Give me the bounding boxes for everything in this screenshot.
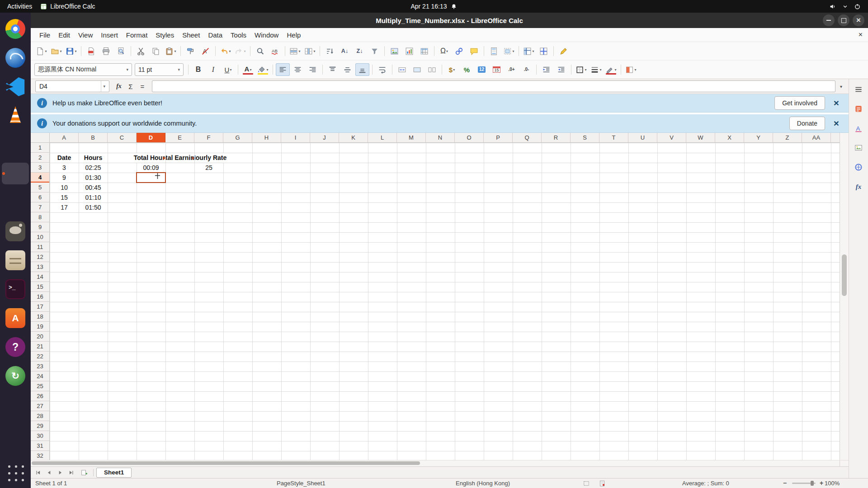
column-header-E[interactable]: E: [165, 133, 194, 142]
row-header-13[interactable]: 13: [31, 262, 49, 272]
dropdown-arrow[interactable]: ▾: [298, 49, 300, 53]
open-button[interactable]: ▾: [49, 45, 63, 57]
special-character-button[interactable]: Ω▾: [437, 45, 451, 57]
column-header-AA[interactable]: AA: [802, 133, 831, 142]
column-header-Q[interactable]: Q: [513, 133, 542, 142]
cell-B2[interactable]: Hours: [79, 153, 108, 163]
save-button[interactable]: ▾: [64, 45, 78, 57]
dropdown-arrow[interactable]: ▾: [230, 68, 231, 72]
decrease-indent-button[interactable]: [554, 63, 568, 76]
row-header-14[interactable]: 14: [31, 272, 49, 282]
zoom-in-button[interactable]: +: [820, 479, 823, 488]
column-header-W[interactable]: W: [686, 133, 715, 142]
menu-format[interactable]: Format: [122, 29, 152, 41]
dropdown-arrow[interactable]: ▾: [453, 68, 455, 72]
ubuntu-software-icon[interactable]: [2, 307, 29, 329]
dropdown-arrow[interactable]: ▾: [45, 49, 47, 53]
libreoffice-writer-icon[interactable]: [2, 134, 29, 155]
add-sheet-button[interactable]: [80, 468, 89, 477]
sidebar-tab-properties[interactable]: [852, 102, 865, 116]
print-preview-button[interactable]: [114, 45, 128, 57]
headers-footers-button[interactable]: [487, 45, 501, 57]
dropdown-arrow[interactable]: ▾: [126, 67, 128, 72]
formula-input[interactable]: [152, 80, 835, 92]
column-header-C[interactable]: C: [108, 133, 137, 142]
print-button[interactable]: [99, 45, 113, 57]
new-button[interactable]: ▾: [34, 45, 48, 57]
zoom-slider[interactable]: [792, 483, 816, 484]
column-header-P[interactable]: P: [484, 133, 513, 142]
menu-data[interactable]: Data: [204, 29, 226, 41]
bold-button[interactable]: B: [191, 63, 205, 76]
close-document-icon[interactable]: [859, 31, 863, 39]
row-header-3[interactable]: 3: [31, 163, 49, 173]
cell-B4[interactable]: 01:30: [79, 173, 108, 183]
select-all-corner[interactable]: [31, 133, 50, 142]
help-icon[interactable]: [2, 336, 29, 358]
title-bar[interactable]: Multiply_Time_Number.xlsx - LibreOffice …: [31, 13, 868, 28]
dropdown-arrow[interactable]: ▾: [75, 49, 76, 53]
software-updater-icon[interactable]: [2, 365, 29, 387]
column-header-G[interactable]: G: [223, 133, 252, 142]
horizontal-scrollbar-thumb[interactable]: [32, 461, 420, 465]
gimp-icon[interactable]: [2, 221, 29, 242]
insert-image-button[interactable]: [387, 45, 401, 57]
align-right-button[interactable]: [306, 63, 320, 76]
underline-button[interactable]: U▾: [221, 63, 235, 76]
sort-button[interactable]: [323, 45, 337, 57]
delete-decimal-button[interactable]: .0-: [519, 63, 533, 76]
formula-button[interactable]: =: [137, 81, 148, 92]
border-color-button[interactable]: ▾: [604, 63, 618, 76]
sort-ascending-button[interactable]: A↓: [338, 45, 352, 57]
dropdown-arrow[interactable]: ▾: [532, 49, 534, 53]
row-header-18[interactable]: 18: [31, 312, 49, 322]
align-bottom-button[interactable]: [355, 63, 369, 76]
row-header-27[interactable]: 27: [31, 401, 49, 411]
get-involved-button[interactable]: Get involved: [774, 96, 825, 110]
cell-E2[interactable]: Total Earnings: [166, 153, 194, 163]
page-style-label[interactable]: PageStyle_Sheet1: [277, 479, 326, 488]
column-header-H[interactable]: H: [252, 133, 281, 142]
column-header-A[interactable]: A: [50, 133, 79, 142]
column-header-B[interactable]: B: [79, 133, 108, 142]
menu-help[interactable]: Help: [283, 29, 305, 41]
sum-average-label[interactable]: Average: ; Sum: 0: [682, 479, 729, 488]
chrome-icon[interactable]: [2, 18, 29, 40]
language-label[interactable]: English (Hong Kong): [456, 479, 510, 488]
dropdown-arrow[interactable]: ▾: [313, 49, 315, 53]
row-header-23[interactable]: 23: [31, 361, 49, 371]
next-sheet-button[interactable]: [56, 469, 64, 477]
format-date-button[interactable]: 15: [490, 63, 504, 76]
wrap-text-button[interactable]: [375, 63, 389, 76]
volume-icon[interactable]: [830, 3, 836, 10]
cell-A6[interactable]: 15: [50, 193, 79, 202]
dropdown-arrow[interactable]: ▾: [101, 81, 107, 92]
zoom-level-label[interactable]: 100%: [825, 479, 840, 488]
dropdown-arrow[interactable]: ▾: [512, 49, 514, 53]
cell-cursor[interactable]: [136, 172, 166, 183]
horizontal-scrollbar[interactable]: [31, 460, 840, 466]
cell-A5[interactable]: 10: [50, 183, 79, 192]
split-window-button[interactable]: [537, 45, 551, 57]
menu-insert[interactable]: Insert: [97, 29, 122, 41]
merge-cells-button[interactable]: [410, 63, 424, 76]
zoom-out-button[interactable]: −: [783, 479, 787, 488]
menu-view[interactable]: View: [74, 29, 97, 41]
column-header-U[interactable]: U: [628, 133, 657, 142]
vertical-scrollbar[interactable]: [840, 133, 849, 460]
row-header-6[interactable]: 6: [31, 192, 49, 202]
cell-A7[interactable]: 17: [50, 203, 79, 212]
vscode-icon[interactable]: [2, 76, 29, 98]
pivot-table-button[interactable]: [417, 45, 431, 57]
menu-file[interactable]: File: [35, 29, 54, 41]
redo-button[interactable]: ▾: [233, 45, 247, 57]
row-header-30[interactable]: 30: [31, 431, 49, 441]
dropdown-arrow[interactable]: ▾: [599, 68, 601, 72]
row-header-25[interactable]: 25: [31, 381, 49, 391]
sidebar-tab-gallery[interactable]: [852, 141, 865, 155]
vlc-icon[interactable]: [2, 105, 29, 127]
cell-B3[interactable]: 02:25: [79, 163, 108, 173]
selection-mode-icon[interactable]: [583, 480, 590, 487]
document-modified-icon[interactable]: [599, 480, 606, 487]
row-header-22[interactable]: 22: [31, 352, 49, 361]
